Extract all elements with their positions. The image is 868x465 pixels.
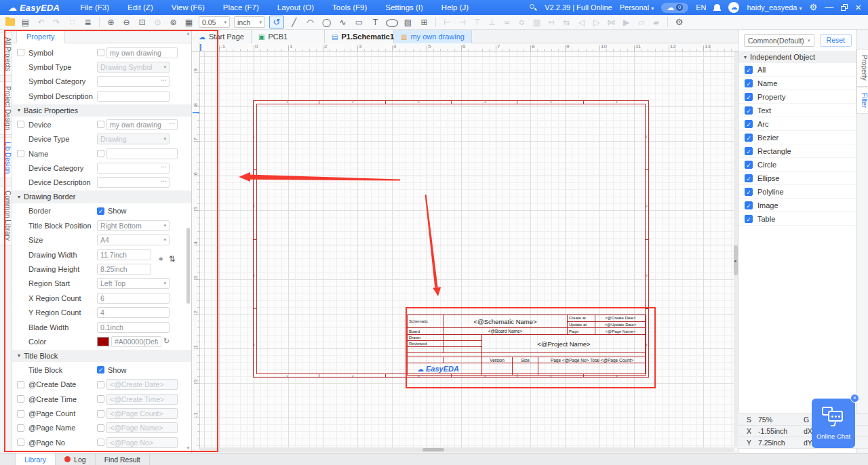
filter-checkbox[interactable]: ✓ xyxy=(745,66,753,74)
dock-tab-filter[interactable]: Filter xyxy=(856,87,868,114)
create-time-value-checkbox[interactable] xyxy=(97,395,104,403)
drawing-width-input[interactable] xyxy=(97,249,151,260)
ellipsis-button[interactable]: ⋯ xyxy=(161,163,167,170)
plan-dropdown[interactable]: Personal ▾ xyxy=(620,3,654,12)
circle-tool-icon[interactable]: ◯ xyxy=(321,16,332,28)
page-count-checkbox[interactable] xyxy=(17,410,24,418)
page-no-input[interactable] xyxy=(106,437,178,448)
region-start-select[interactable]: Left Top▾ xyxy=(97,278,170,289)
size-select[interactable]: A4▾ xyxy=(97,235,170,245)
table-tool-icon[interactable]: ⊞ xyxy=(418,16,430,28)
search-icon[interactable] xyxy=(529,3,537,12)
device-type-select[interactable]: Drawing▾ xyxy=(97,134,170,144)
ellipsis-button[interactable]: ⋯ xyxy=(169,120,176,127)
filter-checkbox[interactable]: ✓ xyxy=(745,201,753,209)
ellipsis-button[interactable]: ⋯ xyxy=(161,77,167,83)
page-count-input[interactable] xyxy=(106,408,178,419)
filter-checkbox[interactable]: ✓ xyxy=(745,93,753,101)
filter-checkbox[interactable]: ✓ xyxy=(745,134,753,142)
symbol-type-select[interactable]: Drawing Symbol▾ xyxy=(97,62,170,73)
reset-color-icon[interactable]: ↻ xyxy=(163,337,170,346)
filter-checkbox[interactable]: ✓ xyxy=(745,106,753,115)
symbol-category-input[interactable] xyxy=(97,76,170,87)
border-show-checkbox[interactable]: ✓ xyxy=(97,207,104,215)
filter-checkbox[interactable]: ✓ xyxy=(745,215,753,223)
symbol-input[interactable] xyxy=(106,47,178,58)
zoom-out-icon[interactable]: ⊖ xyxy=(121,16,132,28)
filter-checkbox[interactable]: ✓ xyxy=(745,161,753,169)
grid-settings-icon[interactable]: ▦ xyxy=(183,16,195,28)
page-name-value-checkbox[interactable] xyxy=(97,424,104,432)
filter-checkbox[interactable]: ✓ xyxy=(745,79,753,87)
property-panel-scrollbar[interactable]: ▲ ▼ xyxy=(186,31,191,450)
menu-item[interactable]: View (F6) xyxy=(172,3,205,12)
unit-select[interactable]: inch▾ xyxy=(234,16,265,28)
page-count-value-checkbox[interactable] xyxy=(97,410,104,418)
menu-item[interactable]: File (F3) xyxy=(80,3,109,12)
tab-library[interactable]: Library xyxy=(15,453,56,465)
close-chat-icon[interactable]: × xyxy=(850,394,859,403)
reset-button[interactable]: Reset xyxy=(820,34,852,47)
menu-item[interactable]: Tools (F9) xyxy=(332,3,367,12)
drawing-height-input[interactable] xyxy=(97,264,151,275)
section-drawing-border[interactable]: ▾Drawing Border xyxy=(12,190,191,203)
scroll-up-icon[interactable]: ▲ xyxy=(186,31,191,35)
color-swatch[interactable] xyxy=(97,337,109,346)
page-no-value-checkbox[interactable] xyxy=(97,439,104,446)
notifications-bell-icon[interactable] xyxy=(713,3,721,12)
device-category-input[interactable] xyxy=(97,163,170,174)
menu-item[interactable]: Edit (Z) xyxy=(127,3,153,12)
dock-tab-property[interactable]: Property xyxy=(856,49,868,87)
swap-dimensions-icon[interactable]: ⇅ xyxy=(169,254,176,264)
title-block-show-checkbox[interactable]: ✓ xyxy=(97,366,104,373)
bezier-tool-icon[interactable]: ∿ xyxy=(337,16,349,28)
blade-width-input[interactable] xyxy=(97,322,170,333)
ellipsis-button[interactable]: ⋯ xyxy=(161,178,167,184)
ellipse-tool-icon[interactable]: ◯ xyxy=(386,16,397,28)
save-icon[interactable]: ▤ xyxy=(20,16,31,28)
y-region-count-input[interactable] xyxy=(97,307,170,318)
zoom-region-icon[interactable]: ⊚ xyxy=(167,16,179,28)
scrollbar-thumb[interactable] xyxy=(422,448,444,451)
device-value-checkbox[interactable] xyxy=(97,121,104,128)
sidebar-tab-project-design[interactable]: Project Design xyxy=(0,81,12,135)
create-date-input[interactable] xyxy=(106,379,178,390)
zoom-in-icon[interactable]: ⊕ xyxy=(105,16,117,28)
scroll-down-icon[interactable]: ▼ xyxy=(186,446,191,450)
new-folder-icon[interactable] xyxy=(4,16,16,28)
device-checkbox[interactable] xyxy=(17,121,24,128)
drag-tool-active[interactable]: ↺ xyxy=(269,16,284,28)
canvas-horizontal-scrollbar[interactable] xyxy=(200,447,734,452)
color-input[interactable] xyxy=(111,336,161,347)
line-tool-icon[interactable]: ╱ xyxy=(288,16,300,28)
menu-item[interactable]: Place (F7) xyxy=(223,3,259,12)
create-time-checkbox[interactable] xyxy=(17,395,24,403)
filter-preset-select[interactable]: Common(Default)▾ xyxy=(744,34,814,47)
canvas-settings-gear-icon[interactable]: ⚙ xyxy=(673,16,685,28)
create-time-input[interactable] xyxy=(106,394,178,405)
schematic-grid[interactable] xyxy=(200,52,734,447)
create-date-checkbox[interactable] xyxy=(17,381,24,388)
scrollbar-thumb[interactable] xyxy=(186,228,190,304)
text-tool-icon[interactable]: T xyxy=(370,16,381,28)
filter-checkbox[interactable]: ✓ xyxy=(745,174,753,182)
tab-my-own-drawing[interactable]: ▥my own drawing xyxy=(394,30,472,43)
tab-log[interactable]: Log xyxy=(56,453,96,465)
restore-window-button[interactable] xyxy=(841,4,848,11)
symbol-description-input[interactable] xyxy=(97,91,170,102)
menu-item[interactable]: Settings (I) xyxy=(385,3,423,12)
name-input[interactable] xyxy=(106,148,178,159)
title-block-position-select[interactable]: Right Bottom▾ xyxy=(97,220,170,231)
design-manager-icon[interactable]: ≣ xyxy=(82,16,94,28)
grid-size-select[interactable]: 0.05▾ xyxy=(199,16,230,28)
section-basic-properties[interactable]: ▾Basic Properties xyxy=(12,104,191,117)
create-date-value-checkbox[interactable] xyxy=(97,381,104,388)
symbol-checkbox[interactable] xyxy=(17,49,24,56)
menu-item[interactable]: Help (J) xyxy=(441,3,469,12)
tab-schematic1[interactable]: ▤P1.Schematic1 xyxy=(325,30,394,43)
name-checkbox[interactable] xyxy=(17,150,24,157)
sidebar-tab-lib-design[interactable]: Lib Design xyxy=(0,137,12,178)
cloud-sync-badge[interactable]: ☁ 0 xyxy=(661,3,688,13)
sidebar-tab-all-projects[interactable]: All Projects xyxy=(0,33,12,76)
filter-checkbox[interactable]: ✓ xyxy=(745,120,753,128)
